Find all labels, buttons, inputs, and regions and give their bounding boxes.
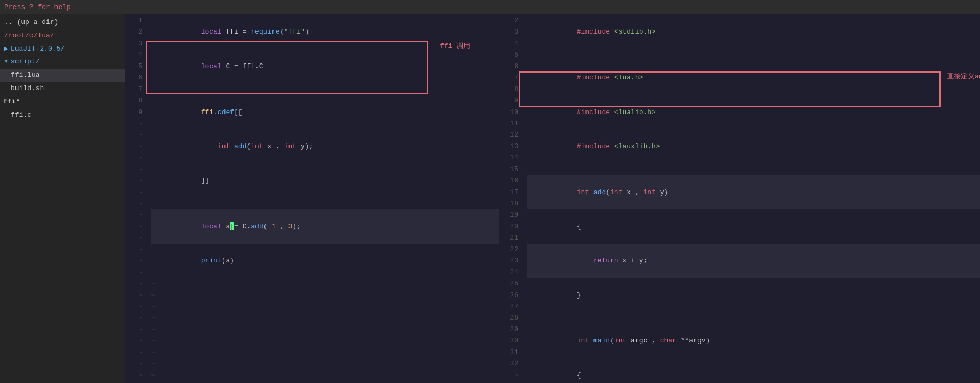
sidebar-item-buildsh[interactable]: build.sh xyxy=(0,82,125,95)
editor-area: ffi 调用 1 2 3 4 5 6 7 8 9 ~ ~ ~ ~ ~ xyxy=(125,14,980,383)
right-code-lines: #include <stdlib.h> #include <lua.h> #in… xyxy=(523,14,980,383)
right-code-area: 2 3 4 5 6 7 8 9 10 11 12 13 14 15 16 17 xyxy=(499,14,980,383)
code-line: print(a) xyxy=(151,244,499,278)
right-line-numbers: 2 3 4 5 6 7 8 9 10 11 12 13 14 15 16 17 xyxy=(499,14,523,383)
script-label: script/ xyxy=(11,57,40,68)
script-arrow: ▾ xyxy=(4,57,9,68)
tilde-line: ~ xyxy=(151,324,499,335)
sidebar-item-ffilua[interactable]: ffi.lua xyxy=(0,69,125,82)
tilde-line: ~ xyxy=(151,278,499,289)
ffilua-label: ffi.lua xyxy=(11,71,40,79)
luajit-arrow: ▶ xyxy=(4,44,9,55)
code-line xyxy=(151,84,499,95)
ffistar-label: ffi* xyxy=(3,98,20,106)
code-line xyxy=(151,198,499,209)
sidebar-item-ffistar[interactable]: ffi* xyxy=(0,95,125,109)
right-editor-pane[interactable]: 直接定义add 方法 2 3 4 5 6 7 8 9 10 11 12 13 1… xyxy=(499,14,980,383)
code-line: int add(int x , int y); xyxy=(151,129,499,163)
sidebar-item-script[interactable]: ▾ script/ xyxy=(0,55,125,69)
sidebar: .. (up a dir) /root/c/lua/ ▶ LuaJIT-2.0.… xyxy=(0,14,125,383)
code-line: { xyxy=(527,358,980,383)
tilde-line: ~ xyxy=(151,335,499,346)
tilde-line: ~ xyxy=(151,290,499,301)
left-editor-pane[interactable]: ffi 调用 1 2 3 4 5 6 7 8 9 ~ ~ ~ ~ ~ xyxy=(125,14,499,383)
sidebar-item-ffic[interactable]: ffi.c xyxy=(0,109,125,122)
tilde-line: ~ xyxy=(151,370,499,381)
left-code-lines: local ffi = require("ffi") local C = ffi… xyxy=(147,14,499,383)
sidebar-item-updir[interactable]: .. (up a dir) xyxy=(0,16,125,29)
tilde-line: ~ xyxy=(151,301,499,312)
root-path-label: /root/c/lua/ xyxy=(4,31,54,39)
code-line xyxy=(527,312,980,323)
ffic-label: ffi.c xyxy=(11,111,31,119)
code-line xyxy=(527,49,980,60)
sidebar-item-rootpath[interactable]: /root/c/lua/ xyxy=(0,29,125,43)
code-line: int main(int argc , char **argv) xyxy=(527,324,980,358)
code-line: int add(int x , int y) xyxy=(527,175,980,209)
code-line: #include <lauxlib.h> xyxy=(527,129,980,163)
tilde-line: ~ xyxy=(151,312,499,323)
code-line xyxy=(527,164,980,175)
code-line: ffi.cdef[[ xyxy=(151,95,499,129)
code-line: return x + y; xyxy=(527,244,980,278)
code-line: #include <lua.h> xyxy=(527,61,980,95)
main-layout: .. (up a dir) /root/c/lua/ ▶ LuaJIT-2.0.… xyxy=(0,14,980,383)
code-line: local a|= C.add( 1 , 3); xyxy=(151,209,499,243)
luajit-label: LuaJIT-2.0.5/ xyxy=(11,44,65,55)
code-line: } xyxy=(527,278,980,312)
tilde-line: ~ xyxy=(151,381,499,383)
code-line: { xyxy=(527,209,980,243)
code-line: #include <lualib.h> xyxy=(527,95,980,129)
help-text: Press ? for help xyxy=(4,3,71,11)
tilde-line: ~ xyxy=(151,358,499,369)
top-bar: Press ? for help xyxy=(0,0,980,14)
code-line: local ffi = require("ffi") xyxy=(151,15,499,49)
updir-label: .. (up a dir) xyxy=(4,18,58,26)
code-line: local C = ffi.C xyxy=(151,49,499,83)
buildsh-label: build.sh xyxy=(11,84,44,92)
code-line: ]] xyxy=(151,164,499,198)
tilde-line: ~ xyxy=(151,347,499,358)
sidebar-item-luajit[interactable]: ▶ LuaJIT-2.0.5/ xyxy=(0,43,125,56)
left-line-numbers: 1 2 3 4 5 6 7 8 9 ~ ~ ~ ~ ~ ~ ~ ~ xyxy=(125,14,147,383)
left-code-area: 1 2 3 4 5 6 7 8 9 ~ ~ ~ ~ ~ ~ ~ ~ xyxy=(125,14,499,383)
code-line: #include <stdlib.h> xyxy=(527,15,980,49)
